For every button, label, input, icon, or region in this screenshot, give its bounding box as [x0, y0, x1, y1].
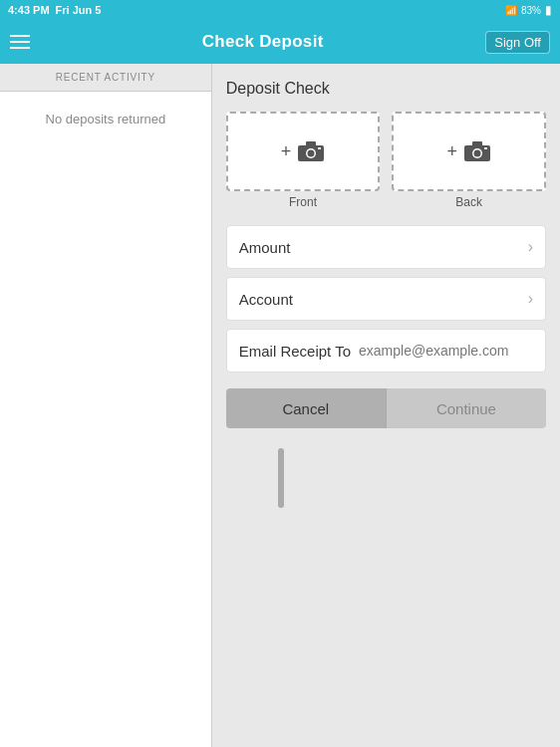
front-capture-button[interactable]: + — [226, 112, 381, 191]
svg-rect-6 — [472, 141, 482, 146]
front-capture-inner: + — [281, 139, 326, 163]
back-photo-box: + Back — [392, 112, 546, 209]
account-label: Account — [239, 291, 293, 308]
amount-chevron-icon: › — [528, 238, 533, 256]
left-panel: RECENT ACTIVITY No deposits returned — [0, 64, 212, 747]
status-time: 4:43 PM — [8, 4, 50, 16]
battery-icon: ▮ — [545, 3, 552, 17]
signoff-button[interactable]: Sign Off — [485, 31, 550, 54]
wifi-icon: 📶 — [505, 5, 517, 16]
svg-point-3 — [308, 150, 315, 157]
front-camera-icon — [297, 139, 325, 163]
continue-button[interactable]: Continue — [386, 388, 546, 428]
email-input[interactable] — [359, 343, 533, 359]
right-panel: Deposit Check + — [212, 64, 560, 747]
scrollbar[interactable] — [278, 448, 284, 508]
status-bar: 4:43 PM Fri Jun 5 📶 83% ▮ — [0, 0, 560, 20]
header: Check Deposit Sign Off — [0, 20, 560, 64]
status-date: Fri Jun 5 — [56, 4, 102, 16]
cancel-button[interactable]: Cancel — [226, 388, 386, 428]
photo-row: + Front + — [226, 112, 546, 209]
account-row[interactable]: Account › — [226, 277, 546, 321]
amount-row[interactable]: Amount › — [226, 225, 546, 269]
back-plus-icon: + — [446, 141, 457, 162]
svg-point-8 — [473, 150, 480, 157]
status-icons: 📶 83% ▮ — [505, 3, 552, 17]
menu-button[interactable] — [10, 35, 40, 49]
amount-label: Amount — [239, 239, 291, 256]
deposit-check-title: Deposit Check — [226, 80, 546, 98]
back-label: Back — [455, 195, 482, 209]
svg-rect-1 — [306, 141, 316, 146]
svg-rect-4 — [318, 147, 321, 149]
front-photo-box: + Front — [226, 112, 381, 209]
back-capture-inner: + — [446, 139, 491, 163]
battery-text: 83% — [521, 5, 541, 16]
svg-rect-9 — [484, 147, 487, 149]
recent-activity-header: RECENT ACTIVITY — [0, 64, 211, 92]
page-title: Check Deposit — [202, 32, 324, 52]
button-row: Cancel Continue — [226, 388, 546, 428]
front-label: Front — [289, 195, 317, 209]
no-deposits-message: No deposits returned — [0, 92, 211, 747]
front-plus-icon: + — [281, 141, 292, 162]
email-receipt-label: Email Receipt To — [239, 343, 351, 360]
account-chevron-icon: › — [528, 290, 533, 308]
back-camera-icon — [463, 139, 491, 163]
back-capture-button[interactable]: + — [392, 112, 546, 191]
main-content: RECENT ACTIVITY No deposits returned Dep… — [0, 64, 560, 747]
email-receipt-row: Email Receipt To — [226, 329, 546, 373]
